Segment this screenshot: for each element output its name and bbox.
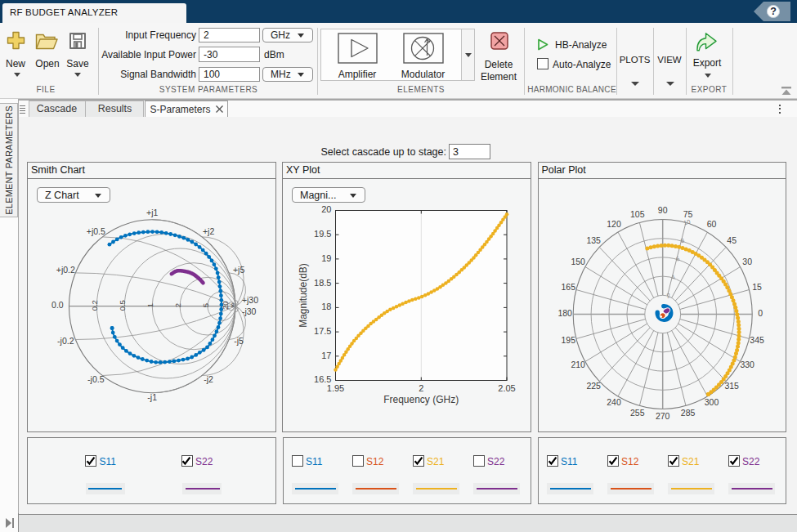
svg-text:330: 330 <box>740 360 754 369</box>
svg-text:2.05: 2.05 <box>498 382 515 392</box>
svg-text:-j2: -j2 <box>204 373 213 383</box>
svg-text:Frequency (GHz): Frequency (GHz) <box>383 393 459 405</box>
svg-text:0.2: 0.2 <box>90 300 99 311</box>
svg-text:+j30: +j30 <box>242 294 258 304</box>
svg-text:315: 315 <box>724 381 739 391</box>
svg-text:-j5: -j5 <box>234 335 244 345</box>
svg-text:0.0: 0.0 <box>51 300 64 310</box>
svg-text:17.5: 17.5 <box>314 326 331 336</box>
svg-text:-j0.2: -j0.2 <box>57 335 74 345</box>
svg-text:20: 20 <box>321 204 331 214</box>
svg-text:+j5: +j5 <box>233 264 244 274</box>
svg-text:4: 4 <box>670 273 675 281</box>
svg-text:30: 30 <box>742 257 752 266</box>
svg-text:120: 120 <box>607 219 621 229</box>
svg-text:225: 225 <box>586 381 601 391</box>
svg-text:2: 2 <box>665 291 670 299</box>
svg-text:15: 15 <box>752 281 762 291</box>
svg-text:285: 285 <box>680 407 695 417</box>
svg-text:?: ? <box>770 6 777 17</box>
svg-text:0: 0 <box>758 308 763 318</box>
svg-text:+j2: +j2 <box>203 226 214 236</box>
svg-text:19: 19 <box>321 253 331 262</box>
svg-text:8: 8 <box>679 236 684 244</box>
svg-text:∞: ∞ <box>229 302 236 307</box>
svg-text:1.95: 1.95 <box>327 382 344 392</box>
svg-text:2: 2 <box>173 303 182 307</box>
svg-text:-j1: -j1 <box>147 392 157 402</box>
svg-text:10: 10 <box>683 217 691 226</box>
svg-text:18.5: 18.5 <box>314 277 331 287</box>
svg-text:2: 2 <box>419 382 423 392</box>
svg-text:150: 150 <box>571 257 585 266</box>
svg-text:-j0.5: -j0.5 <box>87 373 105 383</box>
svg-text:18: 18 <box>321 302 331 311</box>
svg-text:75: 75 <box>683 208 692 218</box>
svg-text:165: 165 <box>561 281 575 291</box>
svg-text:345: 345 <box>750 334 764 344</box>
svg-text:+j1: +j1 <box>146 208 158 217</box>
svg-text:195: 195 <box>561 334 575 344</box>
svg-text:240: 240 <box>607 397 621 407</box>
svg-text:60: 60 <box>706 219 716 229</box>
svg-text:255: 255 <box>630 407 645 417</box>
svg-text:+j0.5: +j0.5 <box>87 226 105 236</box>
svg-text:135: 135 <box>586 235 601 245</box>
svg-text:45: 45 <box>727 235 737 245</box>
svg-text:-j30: -j30 <box>242 306 257 315</box>
svg-text:Magnitude(dB): Magnitude(dB) <box>298 263 309 328</box>
svg-text:0.5: 0.5 <box>118 300 127 311</box>
svg-text:+j0.2: +j0.2 <box>56 264 75 274</box>
svg-text:5: 5 <box>201 303 210 307</box>
svg-text:1: 1 <box>146 303 154 307</box>
svg-text:180: 180 <box>557 308 572 318</box>
svg-text:19.5: 19.5 <box>314 229 331 239</box>
svg-text:6: 6 <box>674 254 679 262</box>
svg-text:270: 270 <box>655 411 669 421</box>
svg-text:300: 300 <box>704 397 719 407</box>
svg-text:105: 105 <box>630 208 645 218</box>
svg-text:17: 17 <box>321 350 331 360</box>
svg-text:210: 210 <box>571 360 585 369</box>
svg-text:90: 90 <box>657 205 667 215</box>
